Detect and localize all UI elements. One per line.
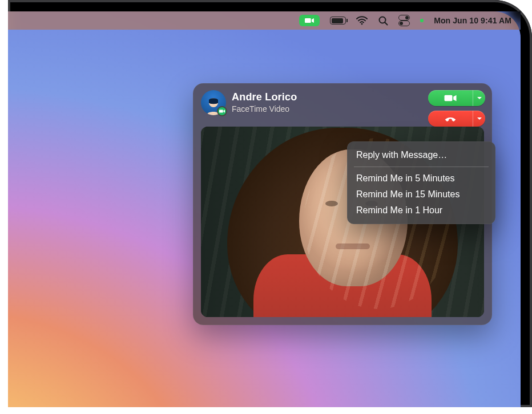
- caller-info: Andre Lorico FaceTime Video: [232, 91, 297, 113]
- chevron-down-icon: [477, 95, 482, 101]
- caller-avatar: [201, 90, 226, 115]
- video-icon: [428, 94, 473, 102]
- menu-separator: [354, 167, 489, 167]
- decline-options-button[interactable]: [473, 111, 485, 127]
- spotlight-search[interactable]: [378, 11, 388, 30]
- desktop: Mon Jun 10 9:41 AM: [8, 11, 521, 407]
- battery-status[interactable]: [330, 11, 346, 30]
- video-icon: [305, 17, 314, 24]
- menu-item-reply-with-message[interactable]: Reply with Message…: [355, 147, 487, 163]
- facetime-badge: [217, 106, 227, 116]
- wifi-icon: [356, 16, 368, 25]
- control-center-icon: [398, 17, 410, 25]
- menu-item-remind-5-min[interactable]: Remind Me in 5 Minutes: [355, 171, 487, 186]
- call-type-label: FaceTime Video: [232, 104, 297, 113]
- chevron-down-icon: [477, 116, 482, 121]
- battery-icon: [330, 17, 346, 25]
- video-recording-pill[interactable]: [299, 15, 320, 26]
- phone-down-icon: [428, 115, 473, 123]
- stage: Mon Jun 10 9:41 AM: [0, 0, 532, 414]
- menubar-datetime[interactable]: Mon Jun 10 9:41 AM: [434, 11, 511, 30]
- device-bezel: Mon Jun 10 9:41 AM: [8, 0, 532, 407]
- decline-options-menu[interactable]: Reply with Message… Remind Me in 5 Minut…: [347, 141, 495, 224]
- decline-call-button[interactable]: [428, 111, 485, 127]
- control-center[interactable]: [398, 11, 410, 30]
- call-action-buttons: [428, 90, 485, 127]
- accept-call-button[interactable]: [428, 90, 485, 106]
- menu-item-remind-15-min[interactable]: Remind Me in 15 Minutes: [355, 186, 487, 202]
- camera-in-use-dot: [420, 11, 424, 30]
- accept-options-button[interactable]: [473, 90, 485, 106]
- search-icon: [378, 15, 388, 26]
- call-header: Andre Lorico FaceTime Video: [193, 83, 492, 124]
- wifi-status[interactable]: [356, 11, 368, 30]
- facetime-menubar-indicator[interactable]: [299, 11, 320, 30]
- caller-name: Andre Lorico: [232, 91, 297, 103]
- menu-item-remind-1-hour[interactable]: Remind Me in 1 Hour: [355, 202, 487, 218]
- svg-point-0: [361, 23, 363, 25]
- menu-bar: Mon Jun 10 9:41 AM: [8, 11, 521, 30]
- video-icon: [219, 109, 225, 113]
